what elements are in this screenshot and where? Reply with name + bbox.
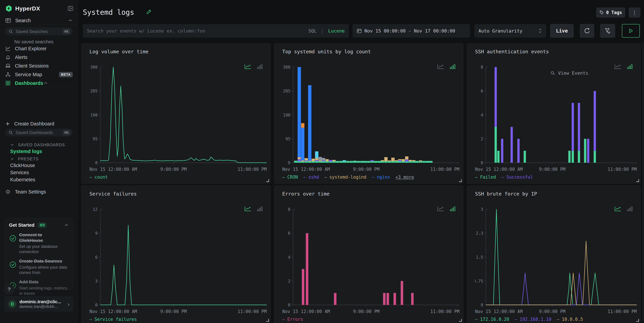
legend-item[interactable]: —192.168.1.10	[514, 317, 552, 322]
help-button[interactable]: ?	[4, 284, 14, 294]
panel-ssh-auth: SSH authentication events View Events 02…	[467, 43, 640, 184]
user-name: dominic.tran@clic...	[20, 299, 61, 304]
refresh-button[interactable]	[580, 24, 594, 38]
svg-text:Nov 15 12:00:00 AM: Nov 15 12:00:00 AM	[282, 167, 330, 172]
legend-item[interactable]: —systemd-logind	[324, 175, 366, 180]
query-language-switch[interactable]: SQL | Lucene	[308, 28, 345, 34]
shortcut-badge: ⌘K	[62, 29, 70, 34]
sidebar-item-services[interactable]: Services	[10, 170, 29, 175]
svg-text:Nov 15 12:00:00 AM: Nov 15 12:00:00 AM	[475, 309, 523, 314]
sidebar-item-team-settings[interactable]: Team Settings	[0, 188, 78, 196]
refresh-icon	[584, 28, 590, 34]
chart-canvas: 02468Nov 15 12:00:00 AM9:00:00 PM11:00:0…	[282, 206, 460, 316]
svg-text:0: 0	[95, 303, 98, 307]
sidebar-search-label: Search	[15, 18, 31, 23]
sidebar-item-label: Team Settings	[15, 189, 46, 195]
legend-item[interactable]: +3 more	[396, 175, 414, 180]
sidebar-item-dashboards[interactable]: Dashboards	[0, 79, 78, 87]
sidebar-item-kubernetes[interactable]: Kubernetes	[10, 177, 35, 182]
chart-explorer-icon	[5, 46, 11, 51]
chevron-up-icon[interactable]	[64, 224, 69, 227]
sidebar-collapse-button[interactable]	[67, 5, 74, 12]
svg-text:11:00:00 PM: 11:00:00 PM	[238, 167, 267, 172]
legend-item[interactable]: —10.0.0.5	[557, 317, 583, 322]
presets-header[interactable]: PRESETS	[10, 157, 39, 161]
sidebar-item-service-map[interactable]: Service Map BETA	[0, 70, 78, 79]
panel-resize-handle[interactable]	[459, 179, 462, 182]
run-query-button[interactable]	[622, 24, 640, 38]
sidebar-item-client-sessions[interactable]: Client Sessions	[0, 62, 78, 70]
legend-item[interactable]: —count	[90, 175, 108, 180]
svg-text:4: 4	[481, 113, 483, 118]
saved-searches-input[interactable]: Saved Searches ⌘K	[5, 28, 73, 35]
no-saved-searches-text: No saved searches	[14, 39, 54, 45]
svg-text:3: 3	[95, 279, 98, 283]
saved-dashboards-input[interactable]: Saved Dashboards ⌘K	[5, 129, 73, 136]
live-button[interactable]: Live	[550, 24, 574, 38]
sidebar-item-chart-explorer[interactable]: Chart Explorer	[0, 44, 78, 53]
legend-item[interactable]: —Successful	[502, 175, 533, 180]
svg-text:Nov 15 12:00:00 AM: Nov 15 12:00:00 AM	[90, 309, 137, 314]
scrollbar[interactable]	[642, 42, 644, 322]
sidebar-section-search[interactable]: Search	[0, 17, 78, 24]
svg-text:2.3: 2.3	[476, 231, 483, 236]
svg-text:380: 380	[90, 65, 98, 70]
legend-item[interactable]: —CRON	[282, 175, 298, 180]
step-title: Add Data	[19, 279, 68, 285]
chart-title: Log volume over time	[90, 49, 148, 55]
step-title: Connect to ClickHouse	[19, 232, 58, 243]
svg-text:95: 95	[286, 137, 290, 141]
calendar-icon	[357, 28, 362, 33]
play-icon	[628, 28, 634, 34]
svg-text:1.5: 1.5	[476, 255, 483, 260]
panel-resize-handle[interactable]	[266, 179, 269, 182]
app-title: HyperDX	[15, 5, 40, 12]
panel-resize-handle[interactable]	[636, 179, 639, 182]
tags-label: 0 Tags	[606, 10, 622, 15]
get-started-step-sources[interactable]: Create Data Sources Configure where your…	[9, 258, 69, 275]
legend-item[interactable]: —sshd	[303, 175, 319, 180]
plus-icon	[5, 121, 10, 126]
lucene-option[interactable]: Lucene	[328, 28, 345, 34]
step-desc: Start sending logs, metrics, or traces	[19, 285, 68, 296]
legend-item[interactable]: —nginx	[372, 175, 390, 180]
gear-icon	[5, 189, 11, 194]
edit-title-button[interactable]	[146, 9, 152, 15]
get-started-step-add-data[interactable]: Add Data Start sending logs, metrics, or…	[9, 279, 69, 296]
panel-log-volume: Log volume over time 095190285380Nov 15 …	[81, 43, 270, 184]
create-dashboard-button[interactable]: Create Dashboard	[0, 120, 78, 128]
legend-item[interactable]: —172.16.0.20	[475, 317, 509, 322]
event-search-input[interactable]: Search your events w/ Lucene ex. column:…	[83, 24, 349, 38]
svg-text:8: 8	[288, 207, 290, 212]
saved-dashboards-header[interactable]: SAVED DASHBOARDS	[10, 143, 65, 147]
get-started-step-connect[interactable]: Connect to ClickHouse Set up your databa…	[9, 232, 69, 254]
sql-option[interactable]: SQL	[308, 28, 316, 34]
panel-resize-handle[interactable]	[459, 319, 462, 322]
chevron-down-icon	[10, 158, 14, 160]
svg-text:11:00:00 PM: 11:00:00 PM	[238, 309, 267, 314]
tags-button[interactable]: 0 Tags	[596, 8, 625, 18]
filter-button[interactable]	[600, 24, 615, 38]
chart-legend: —Service failures	[90, 317, 137, 322]
step-desc: Configure where your data comes from	[19, 265, 69, 275]
sidebar-item-systemd-logs[interactable]: Systemd logs	[10, 149, 42, 154]
date-range-picker[interactable]: Nov 15 00:00:00 - Nov 17 00:00:00	[352, 24, 470, 38]
step-desc: Set up your database connection	[19, 244, 68, 254]
granularity-select[interactable]: Auto Granularity	[474, 24, 546, 38]
panel-resize-handle[interactable]	[636, 319, 639, 322]
legend-item[interactable]: —Service failures	[90, 317, 137, 322]
chart-title: SSH authentication events	[475, 49, 549, 55]
legend-item[interactable]: —Failed	[475, 175, 496, 180]
kebab-icon: ⋮	[632, 10, 637, 16]
sidebar-item-alerts[interactable]: Alerts	[0, 53, 78, 62]
chevron-down-icon	[10, 144, 14, 146]
dashboard-menu-button[interactable]: ⋮	[629, 8, 640, 18]
chart-legend: —count	[90, 175, 108, 180]
panel-resize-handle[interactable]	[266, 319, 269, 322]
user-menu[interactable]: D dominic.tran@clic... dominic.tran@clic…	[5, 296, 73, 311]
svg-text:190: 190	[283, 113, 290, 118]
svg-text:Nov 15 12:00:00 AM: Nov 15 12:00:00 AM	[90, 167, 137, 172]
svg-text:9:00:00 PM: 9:00:00 PM	[539, 167, 566, 172]
legend-item[interactable]: —Errors	[282, 317, 303, 322]
sidebar-item-clickhouse[interactable]: ClickHouse	[10, 163, 35, 168]
